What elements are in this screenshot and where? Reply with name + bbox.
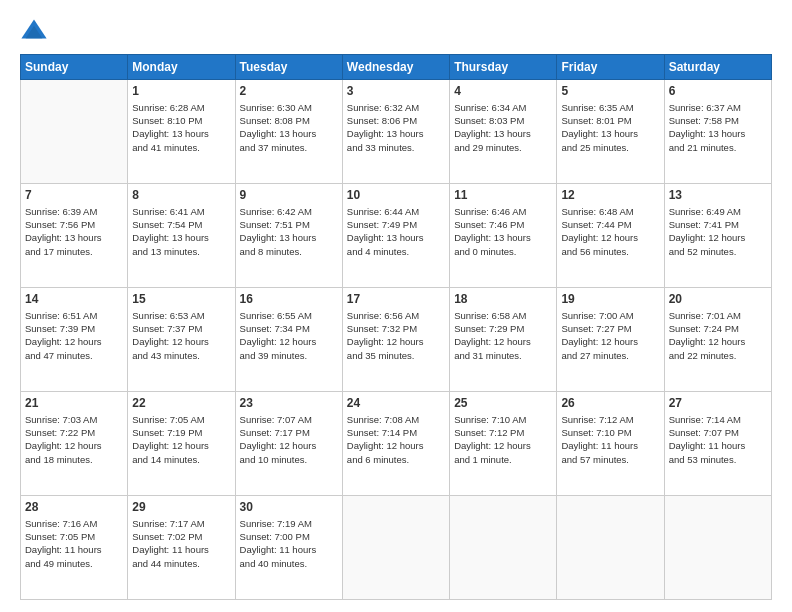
- calendar-week-row: 7Sunrise: 6:39 AMSunset: 7:56 PMDaylight…: [21, 184, 772, 288]
- day-info: Daylight: 12 hours: [669, 231, 767, 244]
- logo: [20, 16, 52, 44]
- calendar-cell: 1Sunrise: 6:28 AMSunset: 8:10 PMDaylight…: [128, 80, 235, 184]
- calendar-day-header: Saturday: [664, 55, 771, 80]
- calendar-cell: 15Sunrise: 6:53 AMSunset: 7:37 PMDayligh…: [128, 288, 235, 392]
- day-info: and 13 minutes.: [132, 245, 230, 258]
- calendar-cell: 7Sunrise: 6:39 AMSunset: 7:56 PMDaylight…: [21, 184, 128, 288]
- day-info: Sunset: 7:07 PM: [669, 426, 767, 439]
- calendar-cell: 29Sunrise: 7:17 AMSunset: 7:02 PMDayligh…: [128, 496, 235, 600]
- day-info: Sunrise: 6:51 AM: [25, 309, 123, 322]
- day-number: 19: [561, 291, 659, 308]
- day-info: Daylight: 12 hours: [25, 439, 123, 452]
- day-info: Sunrise: 6:48 AM: [561, 205, 659, 218]
- calendar-day-header: Wednesday: [342, 55, 449, 80]
- day-info: Daylight: 12 hours: [240, 439, 338, 452]
- calendar-cell: 16Sunrise: 6:55 AMSunset: 7:34 PMDayligh…: [235, 288, 342, 392]
- day-info: Daylight: 13 hours: [561, 127, 659, 140]
- day-number: 15: [132, 291, 230, 308]
- day-info: Daylight: 13 hours: [240, 127, 338, 140]
- day-info: and 22 minutes.: [669, 349, 767, 362]
- day-info: Daylight: 13 hours: [347, 231, 445, 244]
- calendar-cell: 17Sunrise: 6:56 AMSunset: 7:32 PMDayligh…: [342, 288, 449, 392]
- calendar-cell: 3Sunrise: 6:32 AMSunset: 8:06 PMDaylight…: [342, 80, 449, 184]
- calendar-cell: 12Sunrise: 6:48 AMSunset: 7:44 PMDayligh…: [557, 184, 664, 288]
- day-info: Sunrise: 6:37 AM: [669, 101, 767, 114]
- day-info: Daylight: 13 hours: [240, 231, 338, 244]
- day-info: and 37 minutes.: [240, 141, 338, 154]
- day-number: 25: [454, 395, 552, 412]
- day-info: and 14 minutes.: [132, 453, 230, 466]
- calendar-cell: [450, 496, 557, 600]
- day-info: Sunset: 8:06 PM: [347, 114, 445, 127]
- day-info: Sunset: 7:39 PM: [25, 322, 123, 335]
- calendar-cell: 28Sunrise: 7:16 AMSunset: 7:05 PMDayligh…: [21, 496, 128, 600]
- day-info: and 35 minutes.: [347, 349, 445, 362]
- calendar-cell: 19Sunrise: 7:00 AMSunset: 7:27 PMDayligh…: [557, 288, 664, 392]
- day-info: Daylight: 13 hours: [347, 127, 445, 140]
- day-info: Sunset: 7:12 PM: [454, 426, 552, 439]
- day-info: Sunrise: 7:01 AM: [669, 309, 767, 322]
- day-info: Sunrise: 6:41 AM: [132, 205, 230, 218]
- day-info: Sunrise: 6:30 AM: [240, 101, 338, 114]
- day-info: and 10 minutes.: [240, 453, 338, 466]
- calendar-cell: 5Sunrise: 6:35 AMSunset: 8:01 PMDaylight…: [557, 80, 664, 184]
- calendar-cell: 23Sunrise: 7:07 AMSunset: 7:17 PMDayligh…: [235, 392, 342, 496]
- day-info: Daylight: 12 hours: [132, 335, 230, 348]
- day-info: Sunrise: 6:32 AM: [347, 101, 445, 114]
- day-info: Sunset: 7:14 PM: [347, 426, 445, 439]
- day-info: Sunset: 7:19 PM: [132, 426, 230, 439]
- calendar-cell: 2Sunrise: 6:30 AMSunset: 8:08 PMDaylight…: [235, 80, 342, 184]
- day-info: Sunset: 7:24 PM: [669, 322, 767, 335]
- calendar-table: SundayMondayTuesdayWednesdayThursdayFrid…: [20, 54, 772, 600]
- day-number: 20: [669, 291, 767, 308]
- day-info: Sunset: 7:49 PM: [347, 218, 445, 231]
- day-info: Sunset: 8:10 PM: [132, 114, 230, 127]
- day-info: and 43 minutes.: [132, 349, 230, 362]
- day-info: Sunrise: 7:05 AM: [132, 413, 230, 426]
- day-info: Sunrise: 7:14 AM: [669, 413, 767, 426]
- day-info: Sunset: 7:10 PM: [561, 426, 659, 439]
- day-info: Daylight: 12 hours: [669, 335, 767, 348]
- day-info: Sunrise: 6:28 AM: [132, 101, 230, 114]
- day-info: Daylight: 12 hours: [347, 335, 445, 348]
- calendar-week-row: 14Sunrise: 6:51 AMSunset: 7:39 PMDayligh…: [21, 288, 772, 392]
- day-info: Sunrise: 7:08 AM: [347, 413, 445, 426]
- day-number: 6: [669, 83, 767, 100]
- day-info: Daylight: 11 hours: [132, 543, 230, 556]
- calendar-cell: 26Sunrise: 7:12 AMSunset: 7:10 PMDayligh…: [557, 392, 664, 496]
- day-info: Daylight: 12 hours: [454, 439, 552, 452]
- day-info: and 47 minutes.: [25, 349, 123, 362]
- day-number: 26: [561, 395, 659, 412]
- day-info: Sunset: 8:01 PM: [561, 114, 659, 127]
- day-number: 16: [240, 291, 338, 308]
- day-number: 4: [454, 83, 552, 100]
- day-number: 27: [669, 395, 767, 412]
- day-info: and 52 minutes.: [669, 245, 767, 258]
- day-number: 14: [25, 291, 123, 308]
- day-info: Sunset: 7:37 PM: [132, 322, 230, 335]
- day-info: Sunset: 7:34 PM: [240, 322, 338, 335]
- day-info: Sunrise: 6:39 AM: [25, 205, 123, 218]
- day-number: 13: [669, 187, 767, 204]
- calendar-week-row: 28Sunrise: 7:16 AMSunset: 7:05 PMDayligh…: [21, 496, 772, 600]
- day-info: Sunrise: 7:10 AM: [454, 413, 552, 426]
- day-info: and 4 minutes.: [347, 245, 445, 258]
- day-number: 5: [561, 83, 659, 100]
- day-info: Sunrise: 6:42 AM: [240, 205, 338, 218]
- day-number: 11: [454, 187, 552, 204]
- calendar-cell: 25Sunrise: 7:10 AMSunset: 7:12 PMDayligh…: [450, 392, 557, 496]
- day-info: Sunrise: 7:07 AM: [240, 413, 338, 426]
- calendar-cell: [21, 80, 128, 184]
- day-info: Sunrise: 7:00 AM: [561, 309, 659, 322]
- day-info: Sunset: 8:08 PM: [240, 114, 338, 127]
- day-info: Daylight: 13 hours: [669, 127, 767, 140]
- day-info: Sunrise: 7:16 AM: [25, 517, 123, 530]
- day-info: Daylight: 13 hours: [454, 231, 552, 244]
- day-info: Sunset: 7:05 PM: [25, 530, 123, 543]
- calendar-day-header: Friday: [557, 55, 664, 80]
- calendar-day-header: Thursday: [450, 55, 557, 80]
- day-info: and 53 minutes.: [669, 453, 767, 466]
- day-info: Daylight: 12 hours: [132, 439, 230, 452]
- day-number: 3: [347, 83, 445, 100]
- day-info: Daylight: 11 hours: [669, 439, 767, 452]
